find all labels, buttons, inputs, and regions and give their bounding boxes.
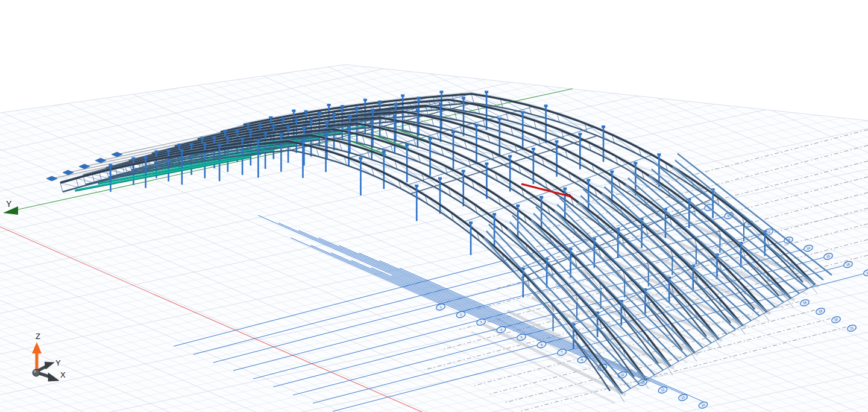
gizmo-origin-sphere bbox=[33, 369, 40, 376]
scene-canvas[interactable]: Y 91011121314151617123456789101112131418… bbox=[0, 0, 868, 412]
gizmo-y-label: Y bbox=[55, 358, 61, 367]
svg-text:17: 17 bbox=[866, 270, 868, 275]
gizmo-z-label: Z bbox=[36, 332, 40, 341]
gizmo-origin-sphere-highlight bbox=[34, 370, 36, 373]
viewport-3d[interactable]: Y 91011121314151617123456789101112131418… bbox=[0, 0, 868, 412]
ground-plane-grid bbox=[0, 0, 868, 412]
gizmo-x-label: X bbox=[60, 370, 66, 379]
y-axis-label: Y bbox=[6, 199, 12, 209]
